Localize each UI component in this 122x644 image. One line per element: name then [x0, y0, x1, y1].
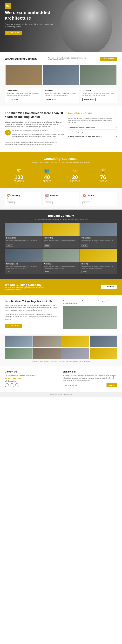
service-desc-1: Sample text. Click to select the text bo…: [6, 239, 41, 243]
pg-cell-4: [90, 336, 117, 347]
consulting-description: Sample text. Click to select the text bo…: [5, 162, 117, 163]
we-are-building-cta[interactable]: LEARN MORE: [100, 57, 117, 61]
building-type-1-desc: Excepteur sint occaecat: [7, 198, 40, 200]
we-are-building-section: We Are Building Company We have been tra…: [0, 52, 122, 66]
pg-cell-1: [5, 336, 33, 347]
service-cta-5[interactable]: MORE: [44, 271, 51, 273]
building-icon-3: 🏡: [82, 194, 87, 198]
service-desc-4: Sample text. Click to select the text bo…: [6, 265, 41, 269]
building-type-3-cta[interactable]: MORE: [82, 202, 90, 204]
card-construction-cta[interactable]: LEARN MORE: [7, 98, 20, 101]
photo-item-1: [5, 66, 42, 85]
footer-note: double click to start editing the text: [0, 392, 122, 397]
building-company-title: Building Company: [5, 214, 117, 218]
join-us-cta[interactable]: LEARN MORE: [5, 324, 22, 328]
join-us-heading: Let's Do Great Things Together - Join Us: [5, 300, 59, 302]
stat-awards: 🏆 76 AWards: [89, 166, 117, 184]
team-icon: 🤝: [72, 168, 78, 174]
email-signup-input[interactable]: [63, 383, 107, 387]
trust-detail: Whether that's by engaging honestly, by …: [12, 134, 64, 138]
service-text-3: City Spaces Sample text. Click to select…: [80, 236, 117, 248]
building-type-1-title: 🏠 Building: [7, 194, 40, 198]
service-desc-6: Sample text. Click to select the text bo…: [81, 265, 116, 269]
we-are-building-description: We have been transforming the ideas and …: [48, 57, 90, 61]
pg-cell-8: [90, 348, 117, 359]
service-image-5: [43, 248, 79, 262]
pg-cell-5: [5, 348, 33, 359]
service-text-4: Civil Engineers Sample text. Click to se…: [5, 262, 42, 274]
join-us-person-image: [63, 306, 117, 329]
service-title-4: Civil Engineers: [6, 263, 41, 265]
service-cell-3: City Spaces Sample text. Click to select…: [80, 222, 117, 248]
twitter-icon[interactable]: t: [10, 383, 14, 387]
service-text-1: Design-Build Sample text. Click to selec…: [5, 236, 42, 248]
join-us-section: Let's Do Great Things Together - Join Us…: [0, 295, 122, 334]
we-are-building-text: We Are Building Company: [5, 57, 37, 60]
hero-person-image: [60, 0, 112, 52]
building-type-2-title: 🏭 Industrial: [45, 194, 77, 198]
built-wall-left: The Built Wall Construction More Than 30…: [5, 111, 64, 148]
accordion-item-2[interactable]: Learn how to grow your business +: [68, 130, 117, 134]
built-wall-right: Create a Believer in Minutes + Interdum …: [68, 111, 117, 148]
building-type-3-desc: Excepteur sint occaecat: [82, 198, 115, 200]
service-image-4: [5, 248, 42, 262]
pg-cell-6: [33, 348, 61, 359]
building-type-2-cta[interactable]: MORE: [45, 202, 53, 204]
building-type-1-cta[interactable]: MORE: [7, 202, 15, 204]
contact-email: info@sample.com: [5, 380, 59, 382]
accordion-plus-3[interactable]: +: [116, 136, 117, 137]
accordion-item-1[interactable]: Business Sustainability Management +: [68, 125, 117, 130]
hero-content: We create embedded architecture Sample t…: [5, 10, 54, 35]
plus-icon[interactable]: +: [115, 111, 117, 115]
stat-clients: 👥 40 Clients: [33, 166, 61, 184]
service-cta-4[interactable]: MORE: [6, 271, 13, 273]
card-about-title: About Us: [45, 90, 77, 92]
photo-box-1: [5, 66, 42, 85]
building-type-3-title: 🏡 Future: [82, 194, 115, 198]
service-text-2: Remodeling Sample text. Click to select …: [43, 236, 79, 248]
we-building-yellow-cta[interactable]: LEARN MORE: [101, 284, 117, 289]
built-wall-title: The Built Wall Construction More Than 30…: [5, 111, 64, 119]
hero-cta-button[interactable]: LEARN MORE: [5, 31, 22, 35]
hero-section: MB We create embedded architecture Sampl…: [0, 0, 122, 52]
team-label: Our Team: [70, 180, 80, 182]
accordion-plus-2[interactable]: +: [116, 131, 117, 133]
service-cta-2[interactable]: MORE: [44, 244, 51, 247]
consulting-title: Consulting Successes: [5, 157, 117, 161]
service-title-2: Remodeling: [44, 237, 78, 239]
stats-row: 🏗 100 Projects 👥 40 Clients 🤝 20 Our Tea…: [5, 166, 117, 184]
card-teamwork-title: Teamwork: [82, 90, 115, 92]
instagram-icon[interactable]: in: [15, 383, 19, 387]
we-building-yellow-text: We Are Building Company We have been tra…: [5, 283, 44, 290]
service-image-1: [5, 222, 42, 236]
service-cta-3[interactable]: MORE: [81, 244, 88, 247]
cards-section: Construction Sample text. Click to selec…: [0, 85, 122, 106]
right-content: Interdum velit accumsan in pellentesque …: [68, 118, 117, 124]
pg-cell-3: [61, 336, 89, 347]
card-teamwork-cta[interactable]: LEARN MORE: [82, 98, 96, 101]
service-text-5: Workspaces Sample text. Click to select …: [43, 262, 79, 274]
service-cta-1[interactable]: MORE: [6, 244, 13, 247]
service-cta-6[interactable]: MORE: [81, 271, 88, 273]
service-text-6: Housing Sample text. Click to select the…: [80, 262, 117, 274]
trust-icon: 🛡: [5, 130, 11, 136]
contact-phone: +1 (555) 656 77 89: [5, 378, 59, 380]
hero-logo: MB: [5, 3, 11, 9]
accordion-item-3[interactable]: Practical ideas to help you grow your pr…: [68, 134, 117, 139]
hero-description: Sample text. Click to select the text bo…: [5, 23, 54, 28]
contact-footer: Contact Us No. 4145 Parker Rd, Allentown…: [0, 366, 122, 392]
card-about-cta[interactable]: LEARN MORE: [45, 98, 58, 101]
building-icon-2: 🏭: [45, 194, 49, 198]
pg-cell-7: [61, 348, 89, 359]
cards-row: Construction Sample text. Click to selec…: [5, 88, 117, 103]
create-believer-title: Create a Believer in Minutes: [68, 112, 92, 114]
clients-icon: 👥: [44, 168, 50, 174]
contact-column: Contact Us No. 4145 Parker Rd, Allentown…: [5, 370, 63, 387]
clients-label: Clients: [43, 180, 51, 182]
contact-address: No. 4145 Parker Rd, Allentown, New Mexic…: [5, 375, 59, 377]
submit-button[interactable]: SUBMIT: [107, 383, 117, 387]
facebook-icon[interactable]: f: [5, 383, 9, 387]
accordion-plus-1[interactable]: +: [116, 126, 117, 128]
awards-icon: 🏆: [100, 168, 106, 174]
card-teamwork-desc: Sample text. Click to select the text bo…: [82, 92, 115, 96]
